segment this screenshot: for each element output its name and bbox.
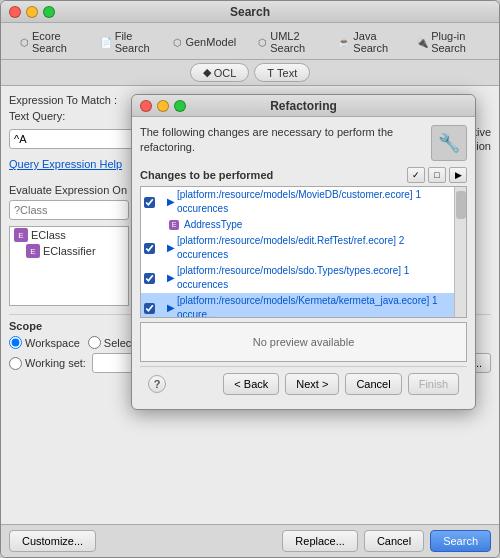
change-item-2[interactable]: E AddressType (141, 217, 454, 233)
refactoring-description-row: The following changes are necessary to p… (140, 125, 467, 161)
title-bar: Search (1, 1, 499, 23)
uml2-icon: ⬡ (258, 37, 267, 48)
refactoring-title: Refactoring (270, 99, 337, 113)
changes-section: Changes to be performed ✓ □ ▶ (140, 167, 467, 318)
working-set-label: Working set: (9, 357, 86, 370)
refactoring-nav-buttons: < Back Next > Cancel Finish (223, 373, 459, 395)
changes-header: Changes to be performed ✓ □ ▶ (140, 167, 467, 183)
select-all-button[interactable]: ✓ (407, 167, 425, 183)
cancel-button[interactable]: Cancel (364, 530, 424, 552)
refactoring-footer: ? < Back Next > Cancel Finish (140, 366, 467, 401)
maximize-button[interactable] (43, 6, 55, 18)
back-button[interactable]: < Back (223, 373, 279, 395)
refactoring-dialog: Refactoring The following changes are ne… (131, 94, 476, 410)
class-input[interactable] (9, 200, 129, 220)
sub-tab-ocl-label: OCL (214, 67, 237, 79)
tab-file-label: File Search (115, 30, 152, 54)
change-item-4[interactable]: ▶ [platform:/resource/models/sdo.Types/t… (141, 263, 454, 293)
refactoring-help-button[interactable]: ? (148, 375, 166, 393)
refactoring-close-button[interactable] (140, 100, 152, 112)
tab-plugin-label: Plug-in Search (431, 30, 480, 54)
changes-list: ▶ [platform:/resource/models/MovieDB/cus… (141, 187, 454, 317)
main-content: Expression To Match : Text Query: Case S… (1, 86, 499, 524)
tab-java-label: Java Search (353, 30, 394, 54)
search-button[interactable]: Search (430, 530, 491, 552)
change-chk-5[interactable] (144, 303, 155, 314)
close-button[interactable] (9, 6, 21, 18)
java-icon: ☕ (338, 37, 350, 48)
tab-genmodel[interactable]: ⬡ GenModel (162, 26, 247, 59)
changes-toolbar: ✓ □ ▶ (407, 167, 467, 183)
sub-tab-text-label: Text (277, 67, 297, 79)
change-item-4-icon: ▶ (167, 271, 175, 285)
finish-button[interactable]: Finish (408, 373, 459, 395)
expand-button[interactable]: ▶ (449, 167, 467, 183)
sub-tab-ocl[interactable]: ◆ OCL (190, 63, 250, 82)
change-chk-1[interactable] (144, 197, 155, 208)
tree-item-eclassifier-label: EClassifier (43, 245, 96, 257)
genmodel-icon: ⬡ (173, 37, 182, 48)
addresstype-icon: E (169, 220, 179, 230)
tab-ecore-search[interactable]: ⬡ Ecore Search (9, 26, 89, 59)
changes-scrollbar[interactable] (454, 187, 466, 317)
tab-uml2-label: UML2 Search (270, 30, 316, 54)
tree-item-eclassifier[interactable]: E EClassifier (10, 243, 128, 259)
preview-label: No preview available (253, 336, 355, 348)
tab-ecore-label: Ecore Search (32, 30, 78, 54)
scope-workspace-label: Workspace (25, 337, 80, 349)
change-item-5[interactable]: ▶ [platform:/resource/models/Kermeta/ker… (141, 293, 454, 317)
tree-panel: E EClass E EClassifier (9, 226, 129, 306)
evaluate-label: Evaluate Expression On : (9, 184, 133, 196)
tab-uml2-search[interactable]: ⬡ UML2 Search (247, 26, 327, 59)
tree-item-eclass[interactable]: E EClass (10, 227, 128, 243)
bottom-bar: Customize... Replace... Cancel Search (1, 524, 499, 557)
refactoring-max-button[interactable] (174, 100, 186, 112)
tree-item-eclass-label: EClass (31, 229, 66, 241)
working-set-text: Working set: (25, 357, 86, 369)
customize-button[interactable]: Customize... (9, 530, 96, 552)
next-button[interactable]: Next > (285, 373, 339, 395)
minimize-button[interactable] (26, 6, 38, 18)
tab-java-search[interactable]: ☕ Java Search (327, 26, 405, 59)
change-chk-4[interactable] (144, 273, 155, 284)
refactoring-description: The following changes are necessary to p… (140, 125, 427, 156)
change-item-2-text: AddressType (184, 218, 451, 232)
preview-area: No preview available (140, 322, 467, 362)
refactoring-min-button[interactable] (157, 100, 169, 112)
window-title: Search (230, 5, 270, 19)
change-item-5-text: [platform:/resource/models/Kermeta/kerme… (177, 294, 451, 317)
tab-plugin-search[interactable]: 🔌 Plug-in Search (405, 26, 491, 59)
eclassifier-icon: E (26, 244, 40, 258)
replace-button[interactable]: Replace... (282, 530, 358, 552)
tab-file-search[interactable]: 📄 File Search (89, 26, 163, 59)
refactoring-body: The following changes are necessary to p… (132, 117, 475, 409)
change-item-3-text: [platform:/resource/models/edit.RefTest/… (177, 234, 451, 262)
refactoring-icon: 🔧 (431, 125, 467, 161)
window-controls (9, 6, 55, 18)
change-item-4-text: [platform:/resource/models/sdo.Types/typ… (177, 264, 451, 292)
tab-bar: ⬡ Ecore Search 📄 File Search ⬡ GenModel … (1, 23, 499, 60)
text-icon: T (267, 67, 274, 79)
change-item-1-text: [platform:/resource/models/MovieDB/custo… (177, 188, 451, 216)
scope-workingset-radio[interactable] (9, 357, 22, 370)
change-item-3[interactable]: ▶ [platform:/resource/models/edit.RefTes… (141, 233, 454, 263)
refactoring-window-controls (140, 100, 186, 112)
scrollbar-thumb (456, 191, 466, 219)
refactoring-cancel-button[interactable]: Cancel (345, 373, 401, 395)
bottom-right-buttons: Replace... Cancel Search (282, 530, 491, 552)
eclass-icon: E (14, 228, 28, 242)
file-icon: 📄 (100, 37, 112, 48)
scope-workspace-radio[interactable] (9, 336, 22, 349)
scope-workspace[interactable]: Workspace (9, 336, 80, 349)
sub-tab-bar: ◆ OCL T Text (1, 60, 499, 86)
sub-tab-text[interactable]: T Text (254, 63, 310, 82)
refactoring-title-bar: Refactoring (132, 95, 475, 117)
main-window: Search ⬡ Ecore Search 📄 File Search ⬡ Ge… (0, 0, 500, 558)
plugin-icon: 🔌 (416, 37, 428, 48)
scope-selected-radio[interactable] (88, 336, 101, 349)
deselect-all-button[interactable]: □ (428, 167, 446, 183)
tab-genmodel-label: GenModel (185, 36, 236, 48)
change-chk-3[interactable] (144, 243, 155, 254)
change-item-1[interactable]: ▶ [platform:/resource/models/MovieDB/cus… (141, 187, 454, 217)
changes-label: Changes to be performed (140, 169, 273, 181)
